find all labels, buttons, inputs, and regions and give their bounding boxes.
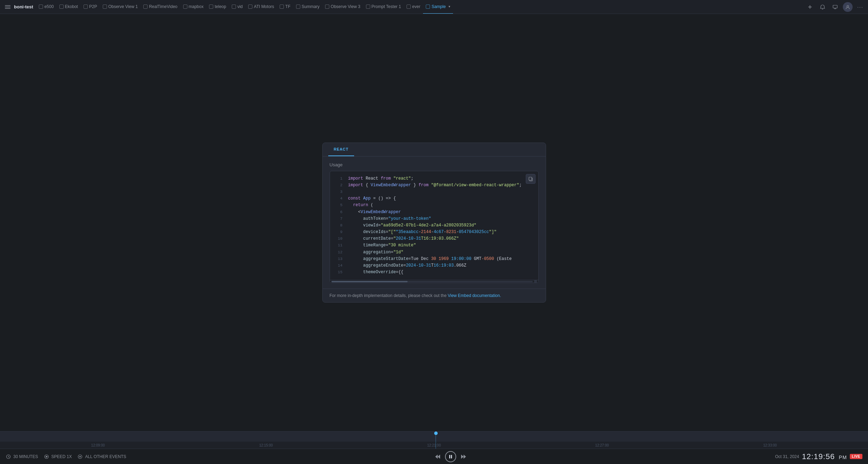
code-container: 1 import React from "react"; 2 import { … — [330, 171, 539, 283]
hscroll-track — [331, 281, 533, 282]
user-avatar[interactable] — [843, 2, 853, 12]
code-line-13: 13 aggregateStartDate=Tue Dec 30 1969 19… — [330, 256, 538, 262]
timeline-playhead — [434, 432, 438, 449]
bottom-controls: 30 MINUTES SPEED 1X ALL OTHER EVENTS — [0, 449, 868, 464]
horizontal-scrollbar[interactable] — [330, 280, 538, 283]
code-line-11: 11 timeRange="30 minute" — [330, 242, 538, 249]
tab-react[interactable]: REACT — [328, 143, 354, 156]
tab-dropdown-sample[interactable]: ▾ — [449, 5, 450, 8]
usage-label: Usage — [330, 162, 539, 167]
events-control[interactable]: ALL OTHER EVENTS — [77, 454, 126, 459]
modal-tabs: REACT — [323, 143, 546, 157]
speed-label: SPEED 1X — [51, 454, 72, 459]
notification-button[interactable] — [818, 2, 827, 12]
screen-button[interactable] — [830, 2, 840, 12]
code-block: 1 import React from "react"; 2 import { … — [330, 171, 538, 280]
clock-icon — [6, 454, 11, 459]
pause-button[interactable] — [445, 451, 456, 462]
timeline-label-4: 12:33:00 — [763, 443, 777, 447]
more-button[interactable]: ··· — [855, 2, 865, 12]
tab-icon-observe-view-3 — [325, 5, 329, 9]
tab-ekobot[interactable]: Ekobot — [57, 0, 81, 14]
footer-link[interactable]: View Embed documentation. — [448, 293, 501, 298]
tab-icon-tf — [280, 5, 284, 9]
tab-icon-vid — [232, 5, 236, 9]
hscroll-corner — [534, 280, 537, 283]
tab-ati-motors[interactable]: ATI Motors — [245, 0, 277, 14]
tab-actions: ··· — [805, 2, 865, 12]
tab-mapbox[interactable]: mapbox — [180, 0, 207, 14]
code-line-2: 2 import { ViewEmbedWrapper } from "@for… — [330, 182, 538, 189]
svg-point-16 — [79, 456, 81, 457]
svg-rect-5 — [833, 5, 837, 8]
svg-marker-18 — [438, 455, 440, 459]
tab-observe-view-3[interactable]: Observe View 3 — [322, 0, 363, 14]
tab-tf[interactable]: TF — [277, 0, 293, 14]
topbar: boni-test e500 Ekobot P2P Observe View 1… — [0, 0, 868, 14]
playhead-line — [436, 435, 436, 449]
code-line-1: 1 import React from "react"; — [330, 175, 538, 182]
tab-observe-view-1[interactable]: Observe View 1 — [100, 0, 141, 14]
tab-icon-observe-view-1 — [103, 5, 107, 9]
tab-icon-sample — [426, 5, 430, 9]
playback-controls — [435, 451, 467, 462]
code-line-12: 12 aggregation="1d" — [330, 249, 538, 256]
duration-label: 30 MINUTES — [13, 454, 38, 459]
timeline-label-3: 12:27:00 — [595, 443, 609, 447]
tab-icon-teleop — [209, 5, 213, 9]
add-tab-button[interactable] — [805, 2, 815, 12]
svg-marker-21 — [464, 455, 466, 459]
copy-button[interactable] — [526, 174, 536, 184]
skip-back-button[interactable] — [435, 454, 441, 460]
tab-vid[interactable]: vid — [229, 0, 245, 14]
svg-rect-1 — [5, 7, 10, 7]
timeline-bar[interactable]: 12:09:00 12:15:00 12:21:00 12:27:00 12:3… — [0, 431, 868, 449]
app-name: boni-test — [14, 4, 33, 9]
menu-icon[interactable] — [3, 2, 13, 12]
tab-prompt-tester-1[interactable]: Prompt Tester 1 — [363, 0, 404, 14]
tab-icon-p2p — [84, 5, 88, 9]
code-line-10: 10 currentDate="2024-10-31T16:19:03.066Z… — [330, 235, 538, 242]
code-line-4: 4 const App = () => { — [330, 195, 538, 202]
duration-control[interactable]: 30 MINUTES — [6, 454, 38, 459]
tab-realtimevideo[interactable]: RealTimeVideo — [141, 0, 180, 14]
svg-marker-22 — [461, 455, 464, 459]
tab-icon-e500 — [39, 5, 43, 9]
timeline-label-1: 12:15:00 — [259, 443, 273, 447]
skip-forward-button[interactable] — [460, 454, 467, 460]
tab-summary[interactable]: Summary — [293, 0, 322, 14]
footer-text: For more in-depth implementation details… — [330, 293, 448, 298]
tab-icon-realtimevideo — [143, 5, 148, 9]
datetime-display: Oct 31, 2024 12:19:56 PM LIVE — [775, 452, 862, 461]
tab-icon-summary — [296, 5, 300, 9]
svg-rect-2 — [5, 8, 10, 9]
tab-teleop[interactable]: teleop — [206, 0, 229, 14]
tab-e500[interactable]: e500 — [36, 0, 57, 14]
tab-p2p[interactable]: P2P — [81, 0, 100, 14]
modal-footer: For more in-depth implementation details… — [323, 289, 546, 302]
tab-icon-ever — [407, 5, 411, 9]
speed-control[interactable]: SPEED 1X — [44, 454, 72, 459]
time-value: 12:19:56 — [802, 452, 835, 461]
main-content: REACT Usage 1 import React from "react"; — [0, 14, 868, 431]
tab-icon-ati-motors — [248, 5, 252, 9]
code-line-8: 8 viewId="aa69d5e2-07b1-4de2-a7a4-a28020… — [330, 222, 538, 229]
tab-ever[interactable]: ever — [404, 0, 423, 14]
events-label: ALL OTHER EVENTS — [85, 454, 126, 459]
tab-icon-ekobot — [59, 5, 64, 9]
code-modal: REACT Usage 1 import React from "react"; — [322, 143, 546, 303]
timeline-label-0: 12:09:00 — [91, 443, 105, 447]
am-pm-label: PM — [839, 455, 847, 460]
speed-icon — [44, 454, 49, 459]
svg-rect-20 — [451, 455, 452, 458]
live-badge[interactable]: LIVE — [850, 454, 862, 459]
svg-marker-17 — [435, 455, 438, 459]
svg-point-8 — [847, 5, 849, 7]
tab-icon-mapbox — [183, 5, 187, 9]
tab-icon-prompt-tester-1 — [366, 5, 370, 9]
code-scroll[interactable]: 1 import React from "react"; 2 import { … — [330, 171, 538, 280]
playhead-dot — [434, 432, 438, 435]
events-icon — [77, 454, 83, 459]
code-line-5: 5 return ( — [330, 202, 538, 209]
tab-sample[interactable]: Sample ▾ — [423, 0, 453, 14]
